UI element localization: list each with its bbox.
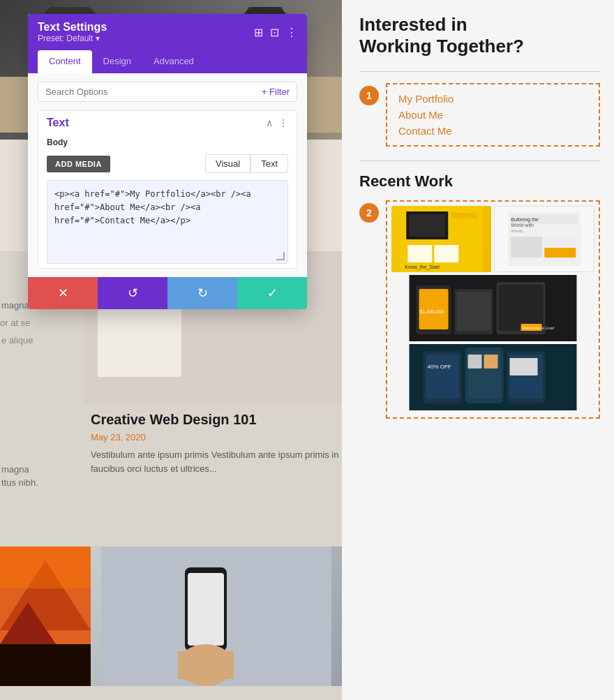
widget-header-icons: ⊞ ⊡ ⋮	[254, 26, 297, 39]
visual-tab[interactable]: Visual	[205, 154, 250, 173]
phone-image	[91, 546, 342, 686]
widget-tabs: Content Design Advanced	[28, 50, 307, 73]
resize-icon[interactable]: ⊞	[254, 26, 263, 39]
svg-rect-37	[544, 248, 576, 258]
tab-design[interactable]: Design	[92, 50, 142, 73]
svg-text:Words: Words	[511, 229, 523, 233]
svg-text:$1,400,000: $1,400,000	[420, 309, 444, 314]
article-title: Creative Web Design 101	[91, 412, 342, 428]
work-grid: Know_the_Start Buttering the World with …	[386, 200, 600, 419]
work-thumb-2: Buttering the World with Words	[494, 206, 595, 272]
page-title: Interested in Working Together?	[359, 14, 600, 57]
more-options-icon[interactable]: ⋮	[286, 26, 297, 39]
svg-rect-57	[484, 355, 498, 368]
add-media-button[interactable]: ADD MEDIA	[47, 156, 110, 172]
redo-button[interactable]: ↻	[167, 277, 237, 309]
article-section: Creative Web Design 101 May 23, 2020 Ves…	[91, 412, 342, 475]
work-thumb-3: $1,400,000 Welcome to Live!	[391, 275, 594, 341]
right-panel: Interested in Working Together? 1 My Por…	[342, 0, 614, 700]
section-number-2: 2	[359, 203, 379, 223]
partial-left-text: magna ttus nibh.	[1, 464, 38, 488]
svg-rect-26	[434, 245, 458, 262]
partial-text-2: or at se	[0, 318, 30, 328]
divider-2	[359, 161, 600, 161]
svg-rect-27	[451, 213, 477, 218]
widget-panel: Text Settings Preset: Default ⊞ ⊡ ⋮ Cont…	[28, 14, 307, 309]
svg-rect-24	[409, 214, 445, 237]
widget-title: Text Settings	[38, 21, 107, 33]
text-section-title: Text	[47, 117, 69, 129]
section-more-icon[interactable]: ⋮	[278, 117, 288, 128]
filter-button[interactable]: + Filter	[262, 87, 290, 97]
grid-icon[interactable]: ⊡	[270, 26, 279, 39]
svg-text:Buttering the: Buttering the	[511, 217, 539, 223]
svg-text:World with: World with	[511, 223, 534, 228]
search-input[interactable]	[45, 87, 262, 97]
svg-text:Welcome to Live!: Welcome to Live!	[523, 326, 555, 330]
svg-rect-19	[188, 573, 224, 646]
svg-rect-36	[544, 237, 576, 246]
work-thumb-1: Know_the_Start	[391, 206, 491, 272]
svg-rect-16	[0, 546, 91, 588]
svg-rect-56	[468, 355, 482, 368]
work-row-3: 40% OFF	[391, 344, 594, 410]
nav-section: 1 My Portfolio About Me Contact Me	[359, 83, 600, 147]
work-row-1: Know_the_Start Buttering the World with …	[391, 206, 594, 272]
svg-rect-21	[178, 651, 234, 679]
recent-work-section: 2 Know_the_Start	[359, 200, 600, 419]
editor-content[interactable]: <p><a href="#">My Portfolio</a><br /><a …	[47, 180, 288, 264]
svg-rect-25	[407, 245, 432, 262]
svg-rect-42	[457, 292, 491, 331]
partial-text-1: magna	[1, 300, 29, 311]
cancel-button[interactable]: ✕	[28, 277, 98, 309]
editor-toolbar: ADD MEDIA Visual Text	[38, 151, 297, 176]
action-bar: ✕ ↺ ↻ ✓	[28, 277, 307, 309]
svg-rect-58	[510, 358, 538, 375]
widget-body: + Filter Text ∧ ⋮ Body ADD MEDIA Visual …	[28, 73, 307, 277]
section-number-1: 1	[359, 86, 379, 105]
tab-advanced[interactable]: Advanced	[142, 50, 205, 73]
nav-link-about[interactable]: About Me	[398, 109, 587, 121]
widget-header: Text Settings Preset: Default ⊞ ⊡ ⋮	[28, 14, 307, 50]
text-section-header: Text ∧ ⋮	[38, 111, 297, 135]
article-excerpt: Vestibulum ante ipsum primis Vestibulum …	[91, 448, 342, 475]
body-label: Body	[38, 135, 297, 151]
widget-preset[interactable]: Preset: Default	[38, 33, 107, 43]
article-date: May 23, 2020	[91, 432, 342, 442]
undo-button[interactable]: ↺	[98, 277, 167, 309]
svg-rect-15	[0, 644, 91, 686]
text-tab[interactable]: Text	[250, 154, 288, 173]
svg-text:40% OFF: 40% OFF	[428, 364, 451, 370]
page-header: Interested in Working Together?	[359, 14, 600, 72]
recent-work-title: Recent Work	[359, 172, 600, 191]
view-tabs: Visual Text	[205, 154, 288, 173]
divider	[359, 71, 600, 72]
work-row-2: $1,400,000 Welcome to Live!	[391, 275, 594, 341]
widget-title-area: Text Settings Preset: Default	[38, 21, 107, 43]
nav-link-contact[interactable]: Contact Me	[398, 125, 587, 137]
partial-text-3: e alique	[1, 335, 33, 345]
work-thumb-4: 40% OFF	[391, 344, 594, 410]
text-section-widget: Text ∧ ⋮ Body ADD MEDIA Visual Text <p><…	[38, 110, 297, 269]
text-section-controls: ∧ ⋮	[266, 117, 288, 128]
svg-rect-35	[511, 237, 542, 258]
svg-text:Know_the_Start: Know_the_Start	[405, 265, 440, 270]
collapse-icon[interactable]: ∧	[266, 117, 273, 128]
mountain-image	[0, 546, 91, 686]
nav-link-portfolio[interactable]: My Portfolio	[398, 93, 587, 105]
confirm-button[interactable]: ✓	[237, 277, 307, 309]
search-bar: + Filter	[38, 82, 297, 102]
nav-links-container: My Portfolio About Me Contact Me	[386, 83, 600, 147]
bottom-images	[0, 546, 342, 686]
svg-rect-50	[426, 355, 459, 399]
tab-content[interactable]: Content	[38, 50, 92, 73]
